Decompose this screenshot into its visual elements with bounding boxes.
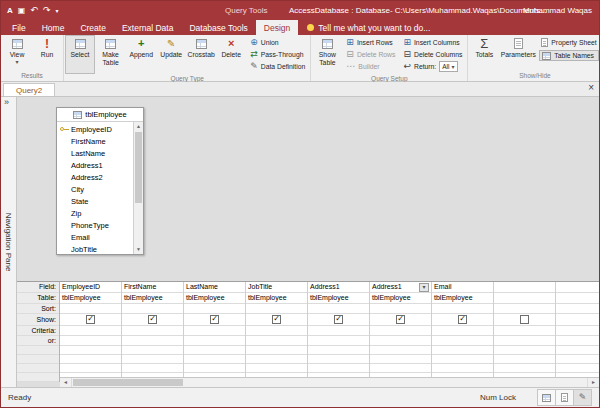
- parameters-button[interactable]: Parameters: [499, 35, 537, 71]
- scroll-right-icon[interactable]: [587, 378, 599, 387]
- or-cell[interactable]: [370, 336, 431, 346]
- expand-nav-pane-icon[interactable]: [4, 98, 9, 107]
- field-cell-active[interactable]: Address1: [370, 282, 431, 293]
- show-checkbox[interactable]: [210, 315, 219, 324]
- show-checkbox[interactable]: [396, 315, 405, 324]
- show-cell[interactable]: [432, 314, 493, 326]
- table-cell[interactable]: tblEmployee: [184, 293, 245, 304]
- redo-icon[interactable]: [43, 6, 51, 15]
- builder-button[interactable]: Builder: [344, 62, 397, 71]
- show-cell[interactable]: [122, 314, 183, 326]
- field-dropdown-button[interactable]: [419, 283, 429, 292]
- field-item-firstname[interactable]: FirstName: [57, 135, 133, 147]
- field-cell[interactable]: Address1: [308, 282, 369, 293]
- field-cell[interactable]: FirstName: [122, 282, 183, 293]
- field-item-lastname[interactable]: LastName: [57, 147, 133, 159]
- make-table-button[interactable]: Make Table: [95, 35, 126, 74]
- field-item-employeeid[interactable]: EmployeeID: [57, 123, 133, 135]
- show-cell[interactable]: [184, 314, 245, 326]
- data-definition-button[interactable]: Data Definition: [248, 62, 307, 71]
- field-list-scrollbar[interactable]: [133, 122, 143, 254]
- table-cell[interactable]: tblEmployee: [60, 293, 121, 304]
- show-checkbox[interactable]: [148, 315, 157, 324]
- show-checkbox[interactable]: [334, 315, 343, 324]
- grid-horizontal-scrollbar[interactable]: [60, 377, 599, 387]
- criteria-cell[interactable]: [370, 326, 431, 336]
- tab-create[interactable]: Create: [72, 20, 114, 35]
- show-cell[interactable]: [60, 314, 121, 326]
- field-item-jobtitle[interactable]: JobTitle: [57, 243, 133, 254]
- run-button[interactable]: Run: [32, 35, 62, 71]
- field-item-email[interactable]: Email: [57, 231, 133, 243]
- insert-rows-button[interactable]: Insert Rows: [344, 38, 397, 47]
- sort-cell[interactable]: [370, 304, 431, 314]
- append-button[interactable]: Append: [126, 35, 156, 74]
- return-select[interactable]: All: [439, 61, 457, 72]
- or-cell[interactable]: [184, 336, 245, 346]
- or-cell[interactable]: [308, 336, 369, 346]
- qat-dropdown-icon[interactable]: [55, 8, 58, 14]
- field-list-title[interactable]: tblEmployee: [57, 108, 143, 122]
- account-user-name[interactable]: Muhammad Waqas: [523, 1, 592, 20]
- sort-cell[interactable]: [122, 304, 183, 314]
- table-cell[interactable]: [494, 293, 555, 304]
- sort-cell[interactable]: [184, 304, 245, 314]
- sort-cell[interactable]: [494, 304, 555, 314]
- sort-cell[interactable]: [60, 304, 121, 314]
- show-checkbox[interactable]: [520, 315, 529, 324]
- undo-icon[interactable]: [30, 6, 38, 15]
- field-item-state[interactable]: State: [57, 195, 133, 207]
- table-cell[interactable]: tblEmployee: [432, 293, 493, 304]
- property-sheet-button[interactable]: Property Sheet: [539, 38, 598, 47]
- table-cell[interactable]: tblEmployee: [246, 293, 307, 304]
- show-checkbox[interactable]: [458, 315, 467, 324]
- criteria-cell[interactable]: [308, 326, 369, 336]
- criteria-cell[interactable]: [184, 326, 245, 336]
- navigation-pane-label[interactable]: Navigation Pane: [4, 213, 13, 272]
- select-query-button[interactable]: Select: [65, 35, 95, 74]
- field-item-phonetype[interactable]: PhoneType: [57, 219, 133, 231]
- show-cell[interactable]: [246, 314, 307, 326]
- field-cell[interactable]: Email: [432, 282, 493, 293]
- delete-columns-button[interactable]: Delete Columns: [401, 50, 464, 59]
- table-cell[interactable]: tblEmployee: [370, 293, 431, 304]
- field-item-address1[interactable]: Address1: [57, 159, 133, 171]
- scroll-left-icon[interactable]: [60, 378, 72, 387]
- field-item-zip[interactable]: Zip: [57, 207, 133, 219]
- criteria-cell[interactable]: [432, 326, 493, 336]
- tab-home[interactable]: Home: [34, 20, 73, 35]
- table-cell[interactable]: tblEmployee: [122, 293, 183, 304]
- or-cell[interactable]: [432, 336, 493, 346]
- field-item-address2[interactable]: Address2: [57, 171, 133, 183]
- show-cell[interactable]: [308, 314, 369, 326]
- field-item-city[interactable]: City: [57, 183, 133, 195]
- sort-cell[interactable]: [246, 304, 307, 314]
- show-table-button[interactable]: Show Table: [312, 35, 342, 74]
- scroll-down-icon[interactable]: [134, 245, 143, 254]
- or-cell[interactable]: [246, 336, 307, 346]
- show-checkbox[interactable]: [272, 315, 281, 324]
- totals-button[interactable]: Totals: [469, 35, 499, 71]
- update-button[interactable]: Update: [156, 35, 186, 74]
- document-tab-query2[interactable]: Query2: [3, 83, 55, 96]
- design-view-button[interactable]: [573, 389, 592, 406]
- criteria-cell[interactable]: [60, 326, 121, 336]
- pass-through-button[interactable]: Pass-Through: [248, 50, 307, 59]
- show-cell[interactable]: [494, 314, 555, 326]
- insert-columns-button[interactable]: Insert Columns: [401, 38, 464, 47]
- tab-design[interactable]: Design: [256, 20, 298, 35]
- sort-cell[interactable]: [432, 304, 493, 314]
- sql-view-button[interactable]: [555, 389, 574, 406]
- close-object-icon[interactable]: [588, 83, 594, 93]
- scroll-up-icon[interactable]: [134, 122, 143, 131]
- tab-external-data[interactable]: External Data: [114, 20, 182, 35]
- show-checkbox[interactable]: [86, 315, 95, 324]
- delete-rows-button[interactable]: Delete Rows: [344, 50, 397, 59]
- criteria-cell[interactable]: [246, 326, 307, 336]
- table-names-button[interactable]: Table Names: [539, 50, 598, 61]
- crosstab-button[interactable]: Crosstab: [186, 35, 216, 74]
- navigation-pane-collapsed[interactable]: Navigation Pane: [1, 97, 17, 387]
- criteria-cell[interactable]: [122, 326, 183, 336]
- or-cell[interactable]: [494, 336, 555, 346]
- tab-database-tools[interactable]: Database Tools: [181, 20, 255, 35]
